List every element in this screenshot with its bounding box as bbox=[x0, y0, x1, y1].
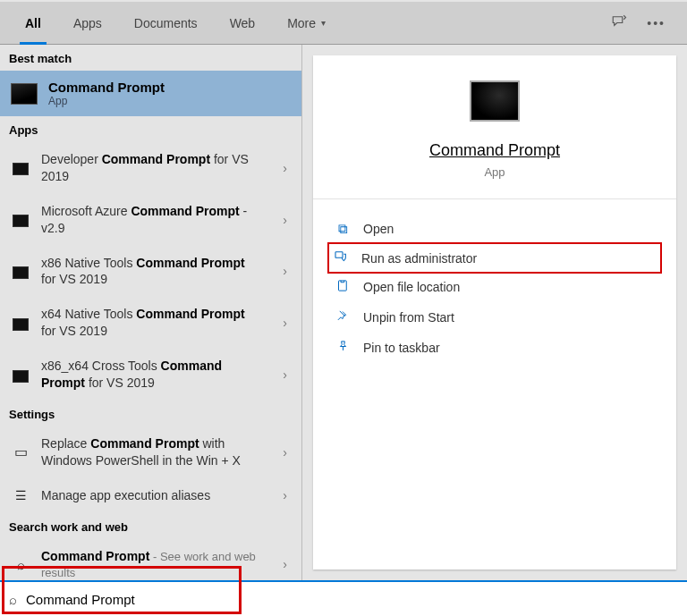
list-item-label: x86_x64 Cross Tools Command Prompt for V… bbox=[41, 358, 268, 392]
tab-label: Apps bbox=[73, 16, 102, 30]
section-web: Search work and web bbox=[0, 513, 301, 539]
monitor-icon: ▭ bbox=[14, 443, 28, 460]
list-item[interactable]: ▭ Replace Command Prompt with Windows Po… bbox=[0, 426, 301, 478]
action-label: Pin to taskbar bbox=[363, 341, 440, 355]
list-item-label: Microsoft Azure Command Prompt - v2.9 bbox=[41, 203, 268, 237]
chevron-right-icon[interactable]: › bbox=[279, 316, 291, 330]
more-icon[interactable]: ••• bbox=[647, 16, 666, 30]
action-pin-taskbar[interactable]: Pin to taskbar bbox=[329, 333, 660, 363]
cmd-icon bbox=[13, 163, 29, 175]
action-unpin-start[interactable]: Unpin from Start bbox=[329, 302, 660, 333]
search-tabbar: All Apps Documents Web More▾ ••• bbox=[0, 0, 687, 45]
results-pane: Best match Command Prompt App Apps Devel… bbox=[0, 45, 302, 580]
list-item[interactable]: x86 Native Tools Command Prompt for VS 2… bbox=[0, 246, 301, 298]
action-label: Open file location bbox=[363, 280, 460, 294]
chevron-right-icon[interactable]: › bbox=[279, 213, 291, 227]
list-item-label: x86 Native Tools Command Prompt for VS 2… bbox=[41, 255, 268, 289]
list-item-label: x64 Native Tools Command Prompt for VS 2… bbox=[41, 306, 268, 340]
cmd-icon bbox=[13, 370, 29, 383]
list-item[interactable]: Developer Command Prompt for VS 2019 › bbox=[0, 142, 301, 194]
tab-web[interactable]: Web bbox=[214, 2, 272, 44]
chevron-right-icon[interactable]: › bbox=[279, 557, 291, 571]
app-title-link[interactable]: Command Prompt bbox=[429, 141, 560, 160]
tab-more[interactable]: More▾ bbox=[271, 2, 342, 44]
tab-label: All bbox=[25, 16, 41, 30]
action-label: Run as administrator bbox=[361, 251, 477, 266]
details-pane: Command Prompt App ⧉ Open Run as adminis… bbox=[302, 45, 687, 580]
best-match-item[interactable]: Command Prompt App bbox=[0, 71, 301, 116]
app-type-label: App bbox=[484, 165, 505, 179]
cmd-icon bbox=[13, 215, 29, 227]
tab-documents[interactable]: Documents bbox=[118, 2, 214, 44]
action-label: Open bbox=[363, 222, 394, 236]
section-best-match: Best match bbox=[0, 45, 301, 71]
search-input[interactable] bbox=[26, 592, 678, 607]
search-bar[interactable]: ⌕ bbox=[0, 580, 687, 616]
chevron-down-icon: ▾ bbox=[321, 18, 326, 28]
folder-icon bbox=[335, 279, 351, 295]
chevron-right-icon[interactable]: › bbox=[279, 488, 291, 502]
list-item[interactable]: Microsoft Azure Command Prompt - v2.9 › bbox=[0, 194, 301, 246]
action-open-location[interactable]: Open file location bbox=[329, 272, 660, 302]
best-match-sub: App bbox=[48, 95, 165, 107]
chevron-right-icon[interactable]: › bbox=[279, 161, 291, 175]
action-run-as-admin[interactable]: Run as administrator bbox=[327, 242, 662, 274]
chevron-right-icon[interactable]: › bbox=[279, 367, 291, 382]
tab-all[interactable]: All bbox=[9, 2, 57, 44]
pin-icon bbox=[335, 340, 351, 356]
search-icon: ⌕ bbox=[9, 592, 17, 607]
list-item-label: Command Prompt - See work and web result… bbox=[41, 548, 268, 580]
list-item[interactable]: ☰ Manage app execution aliases › bbox=[0, 478, 301, 513]
list-item[interactable]: x86_x64 Cross Tools Command Prompt for V… bbox=[0, 349, 301, 401]
shield-icon bbox=[333, 249, 349, 266]
list-item-label: Developer Command Prompt for VS 2019 bbox=[41, 151, 268, 185]
best-match-title: Command Prompt bbox=[48, 80, 165, 95]
list-item[interactable]: ⌕ Command Prompt - See work and web resu… bbox=[0, 539, 301, 580]
section-apps: Apps bbox=[0, 116, 301, 142]
list-icon: ☰ bbox=[15, 488, 27, 502]
svg-rect-0 bbox=[335, 252, 343, 258]
cmd-icon bbox=[13, 266, 29, 279]
action-open[interactable]: ⧉ Open bbox=[329, 214, 660, 244]
cmd-icon bbox=[13, 318, 29, 331]
cmd-icon bbox=[11, 83, 38, 105]
chevron-right-icon[interactable]: › bbox=[279, 445, 291, 460]
tab-label: Web bbox=[230, 16, 256, 30]
tab-label: More bbox=[287, 16, 316, 30]
unpin-icon bbox=[335, 309, 351, 325]
list-item-label: Manage app execution aliases bbox=[41, 487, 268, 504]
chevron-right-icon[interactable]: › bbox=[279, 264, 291, 278]
tab-apps[interactable]: Apps bbox=[57, 2, 118, 44]
list-item-label: Replace Command Prompt with Windows Powe… bbox=[41, 435, 268, 469]
feedback-icon[interactable] bbox=[611, 13, 627, 32]
tab-label: Documents bbox=[134, 16, 198, 30]
search-icon: ⌕ bbox=[17, 557, 25, 572]
section-settings: Settings bbox=[0, 401, 301, 426]
list-item[interactable]: x64 Native Tools Command Prompt for VS 2… bbox=[0, 297, 301, 349]
open-icon: ⧉ bbox=[335, 221, 351, 237]
action-label: Unpin from Start bbox=[363, 310, 454, 325]
cmd-icon bbox=[470, 80, 520, 122]
